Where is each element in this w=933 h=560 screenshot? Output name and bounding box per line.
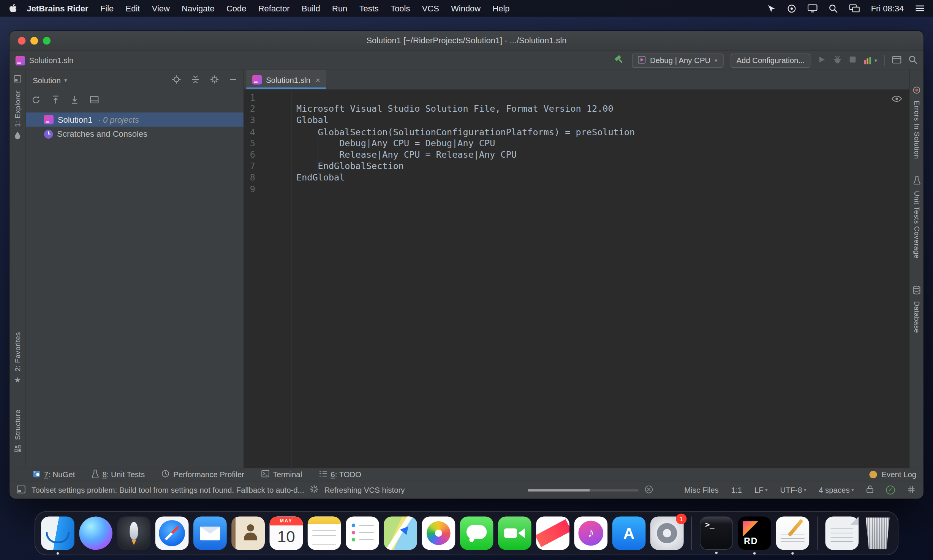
scroll-from-source-icon[interactable] [71, 95, 78, 106]
dock-rider-icon[interactable]: RD [738, 517, 771, 550]
code-line[interactable] [296, 184, 909, 195]
lock-icon[interactable] [867, 485, 874, 495]
code-line[interactable]: EndGlobal [296, 172, 909, 184]
menu-run[interactable]: Run [326, 3, 353, 13]
dock-photos-icon[interactable] [422, 517, 455, 550]
code-line[interactable]: Global [296, 115, 909, 127]
dock-system-preferences-icon[interactable]: 1 [650, 517, 684, 550]
dock-finder-icon[interactable] [41, 517, 74, 550]
menu-refactor[interactable]: Refactor [252, 3, 296, 13]
search-everywhere-icon[interactable] [909, 55, 917, 66]
dock-trash-icon[interactable] [863, 517, 892, 550]
explorer-view-select[interactable]: Solution [33, 76, 61, 85]
menu-view[interactable]: View [146, 3, 176, 13]
scroll-to-source-icon[interactable] [52, 95, 59, 106]
indent-widget[interactable]: 4 spaces▾ [819, 486, 854, 494]
inspections-eye-icon[interactable] [891, 94, 902, 105]
code-line[interactable]: Microsoft Visual Studio Solution File, F… [296, 104, 909, 115]
run-button[interactable] [818, 55, 826, 66]
screen-mirroring-icon[interactable] [849, 4, 860, 13]
menu-edit[interactable]: Edit [120, 3, 146, 13]
sidebar-item-explorer[interactable]: 1: Explorer [9, 90, 25, 142]
display-icon[interactable] [807, 4, 818, 13]
tree-row-solution[interactable]: Solution1 · 0 projects [26, 112, 244, 127]
spotlight-search-icon[interactable] [829, 4, 837, 13]
menu-window[interactable]: Window [445, 3, 486, 13]
dock-launchpad-icon[interactable] [117, 517, 151, 550]
dock-app-store-icon[interactable] [612, 517, 646, 550]
dock-itunes-icon[interactable] [574, 517, 607, 550]
toggle-tool-windows-icon[interactable] [17, 485, 25, 495]
tree-row-scratches[interactable]: Scratches and Consoles [26, 127, 244, 141]
code-line[interactable]: Debug|Any CPU = Debug|Any CPU [296, 138, 909, 149]
code-line[interactable]: Release|Any CPU = Release|Any CPU [296, 149, 909, 161]
tab-solution1-sln[interactable]: Solution1.sln × [246, 70, 326, 89]
encoding-widget[interactable]: UTF-8▾ [780, 486, 806, 494]
toolwindow-todo[interactable]: 6: TODO [319, 470, 361, 480]
resize-grip-icon[interactable] [908, 485, 915, 495]
debug-button[interactable] [833, 55, 842, 66]
cancel-progress-icon[interactable] [644, 485, 653, 495]
active-app-name[interactable]: JetBrains Rider [21, 3, 94, 13]
sidebar-item-unit-tests-coverage[interactable]: Unit Tests Coverage [910, 176, 924, 259]
stop-button[interactable] [849, 56, 857, 65]
apple-menu-icon[interactable] [8, 3, 17, 14]
tool-window-layout-icon[interactable] [892, 55, 901, 66]
notification-center-icon[interactable] [915, 5, 925, 12]
line-ending-widget[interactable]: LF▾ [754, 486, 768, 494]
menu-build[interactable]: Build [296, 3, 326, 13]
dock-notes-icon[interactable] [308, 517, 341, 550]
menu-help[interactable]: Help [487, 3, 516, 13]
minimize-window-button[interactable] [30, 37, 38, 44]
dock-maps-icon[interactable] [384, 517, 417, 550]
toolwindow-terminal[interactable]: Terminal [261, 470, 302, 480]
menu-vcs[interactable]: VCS [416, 3, 445, 13]
toolwindow-event-log[interactable]: Event Log [870, 470, 916, 479]
toolwindow-unit-tests[interactable]: 8: Unit Tests [92, 470, 145, 480]
circle-dot-icon[interactable] [787, 4, 796, 13]
locate-file-icon[interactable] [172, 75, 181, 85]
hide-panel-icon[interactable] [229, 76, 237, 85]
sidebar-item-structure[interactable]: Structure [9, 410, 25, 455]
inspections-status-icon[interactable]: ✓ [886, 486, 895, 494]
zoom-window-button[interactable] [43, 37, 51, 44]
editor-surface[interactable]: 1 2 3 4 5 6 7 8 9 [244, 90, 909, 468]
dock-contacts-icon[interactable] [231, 517, 265, 550]
dock-reminders-icon[interactable] [346, 517, 379, 550]
dock-calendar-icon[interactable]: MAY 10 [270, 517, 303, 550]
run-configuration-select[interactable]: Debug | Any CPU ▾ [632, 53, 723, 68]
toolwindow-nuget[interactable]: 7: NuGet [32, 470, 75, 480]
menu-navigate[interactable]: Navigate [176, 3, 220, 13]
dock-terminal-icon[interactable]: >_ [700, 517, 733, 550]
toolwindow-performance-profiler[interactable]: Performance Profiler [161, 470, 244, 480]
code-line[interactable]: EndGlobalSection [296, 161, 909, 172]
code-area[interactable]: Microsoft Visual Studio Solution File, F… [291, 90, 909, 468]
code-line[interactable]: GlobalSection(SolutionConfigurationPlatf… [296, 127, 909, 138]
sidebar-item-favorites[interactable]: 2: Favorites ★ [9, 332, 25, 384]
code-line[interactable] [296, 92, 909, 104]
menu-file[interactable]: File [94, 3, 120, 13]
dock-safari-icon[interactable] [155, 517, 189, 550]
panel-layout-icon[interactable] [90, 95, 99, 106]
refresh-icon[interactable] [32, 95, 40, 106]
menu-bar-clock[interactable]: Fri 08:34 [871, 3, 904, 13]
dock-messages-icon[interactable] [460, 517, 493, 550]
coverage-profiler-button[interactable]: ▾ [863, 56, 877, 65]
build-solution-icon[interactable] [614, 54, 625, 67]
sidebar-item-errors-in-solution[interactable]: Errors In Solution [910, 86, 924, 159]
dock-facetime-icon[interactable] [498, 517, 531, 550]
tool-windows-button[interactable] [9, 75, 25, 82]
collapse-all-icon[interactable] [191, 75, 200, 85]
highlighting-scope-widget[interactable]: Misc Files [684, 486, 719, 494]
dock-textedit-icon[interactable] [776, 517, 809, 550]
gear-icon[interactable] [210, 75, 219, 85]
close-window-button[interactable] [18, 37, 25, 44]
dock-documents-stack-icon[interactable] [825, 517, 859, 550]
tool-cursor-icon[interactable] [767, 4, 776, 13]
sidebar-item-database[interactable]: Database [910, 286, 924, 333]
close-tab-icon[interactable]: × [316, 75, 320, 84]
add-configuration-button[interactable]: Add Configuration... [731, 53, 811, 68]
menu-code[interactable]: Code [220, 3, 252, 13]
caret-position-widget[interactable]: 1:1 [731, 486, 742, 494]
dock-mail-icon[interactable] [193, 517, 227, 550]
